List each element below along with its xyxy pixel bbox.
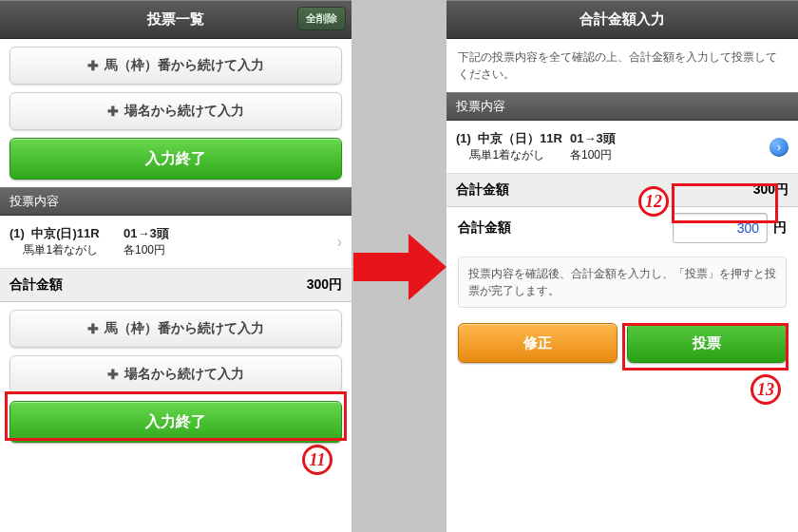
screen-left: 投票一覧 全削除 ✚ 馬（枠）番から続けて入力 ✚ 場名から続けて入力 入力終了… <box>0 0 352 532</box>
continue-from-horse-label: 馬（枠）番から続けて入力 <box>104 57 264 74</box>
top-instruction: 下記の投票内容を全て確認の上、合計金額を入力して投票してください。 <box>446 39 798 92</box>
left-header: 投票一覧 全削除 <box>0 1 352 39</box>
bet-row[interactable]: (1) 中京（日）11R 馬単1着ながし 01→3頭 各100円 › <box>446 121 798 174</box>
bet-row[interactable]: (1) 中京(日)11R 馬単1着ながし 01→3頭 各100円 › <box>0 216 352 269</box>
plus-icon: ✚ <box>107 367 119 382</box>
left-bets-section-head: 投票内容 <box>0 187 352 216</box>
bet-index: (1) <box>456 131 471 145</box>
finish-input-button-bottom[interactable]: 入力終了 <box>10 401 342 443</box>
continue-from-track-label: 場名から続けて入力 <box>124 366 244 383</box>
finish-input-button-top[interactable]: 入力終了 <box>10 138 342 180</box>
vote-button[interactable]: 投票 <box>627 323 787 363</box>
bet-selection: 01→3頭 <box>124 226 169 240</box>
right-header-title: 合計金額入力 <box>580 10 665 28</box>
chevron-right-icon: › <box>337 234 342 251</box>
plus-icon: ✚ <box>107 104 119 119</box>
amount-input-row: 合計金額 円 <box>446 207 798 249</box>
total-value: 300円 <box>753 181 788 199</box>
continue-from-horse-label: 馬（枠）番から続けて入力 <box>104 320 264 337</box>
yen-unit: 円 <box>773 219 787 237</box>
amount-label: 合計金額 <box>458 219 511 237</box>
continue-from-track-button-bottom[interactable]: ✚ 場名から続けて入力 <box>10 355 342 393</box>
modify-button[interactable]: 修正 <box>458 323 618 363</box>
continue-from-track-label: 場名から続けて入力 <box>124 103 244 120</box>
delete-all-button[interactable]: 全削除 <box>297 7 346 30</box>
total-value: 300円 <box>307 276 342 294</box>
bet-type: 馬単1着ながし <box>23 243 98 256</box>
continue-from-horse-button-top[interactable]: ✚ 馬（枠）番から続けて入力 <box>10 47 342 85</box>
modify-label: 修正 <box>523 334 552 352</box>
continue-from-horse-button-bottom[interactable]: ✚ 馬（枠）番から続けて入力 <box>10 310 342 348</box>
total-label: 合計金額 <box>10 276 63 294</box>
bet-race: 中京（日）11R <box>478 131 562 145</box>
total-label: 合計金額 <box>456 181 509 199</box>
red-arrow-icon <box>353 234 448 300</box>
finish-input-label: 入力終了 <box>145 412 206 432</box>
bet-race: 中京(日)11R <box>31 226 100 240</box>
right-total-row: 合計金額 300円 <box>446 174 798 207</box>
bet-selection: 01→3頭 <box>570 131 616 145</box>
vote-label: 投票 <box>693 334 721 352</box>
left-header-title: 投票一覧 <box>147 10 204 28</box>
bet-price: 各100円 <box>124 243 165 256</box>
screen-right: 合計金額入力 下記の投票内容を全て確認の上、合計金額を入力して投票してください。… <box>446 0 798 532</box>
amount-input[interactable] <box>673 213 768 243</box>
left-total-row: 合計金額 300円 <box>0 269 352 302</box>
detail-icon: › <box>770 138 788 157</box>
right-bets-section-head: 投票内容 <box>446 92 798 121</box>
bet-index: (1) <box>10 226 25 240</box>
plus-icon: ✚ <box>87 58 99 73</box>
plus-icon: ✚ <box>87 321 99 336</box>
finish-input-label: 入力終了 <box>145 149 206 169</box>
bet-price: 各100円 <box>570 148 612 162</box>
action-buttons: 修正 投票 <box>446 315 798 370</box>
continue-from-track-button-top[interactable]: ✚ 場名から続けて入力 <box>10 92 342 130</box>
instruction-box: 投票内容を確認後、合計金額を入力し、「投票」を押すと投票が完了します。 <box>458 256 787 308</box>
bet-type: 馬単1着ながし <box>469 148 544 162</box>
right-header: 合計金額入力 <box>446 1 798 39</box>
